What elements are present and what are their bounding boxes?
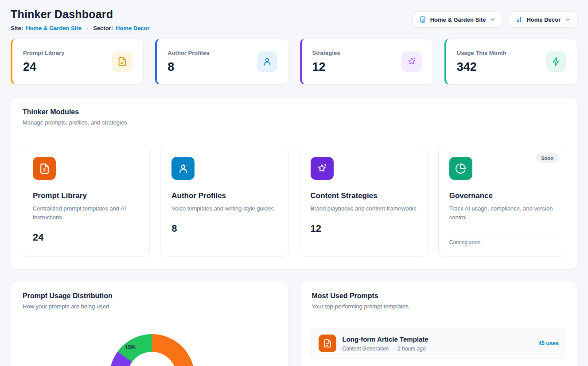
stat-label: Usage This Month bbox=[457, 50, 506, 56]
stat-card-usage: Usage This Month 342 bbox=[444, 39, 577, 85]
meta-separator: · bbox=[86, 25, 88, 31]
header-selectors: Home & Garden Site Home Decor bbox=[413, 12, 577, 27]
stat-info: Strategies 12 bbox=[312, 50, 340, 74]
module-title: Governance bbox=[449, 191, 555, 200]
stat-card-author-profiles: Author Profiles 8 bbox=[155, 39, 288, 85]
most-used-prompts-header: Most Used Prompts Your top-performing pr… bbox=[300, 281, 577, 318]
most-used-prompts-subtitle: Your top-performing prompt templates bbox=[312, 303, 566, 310]
stat-label: Prompt Library bbox=[23, 50, 64, 56]
prompt-info: Long-form Article Template Content Gener… bbox=[343, 335, 533, 352]
prompt-uses-badge: 45 uses bbox=[538, 340, 559, 347]
most-used-prompts-card: Most Used Prompts Your top-performing pr… bbox=[300, 281, 578, 366]
chevron-down-icon bbox=[565, 16, 571, 23]
bolt-icon bbox=[546, 51, 566, 72]
stat-value: 342 bbox=[457, 60, 506, 74]
thinker-modules-section: Thinker Modules Manage prompts, profiles… bbox=[11, 97, 577, 269]
building-icon bbox=[419, 16, 426, 23]
pie-chart-icon bbox=[449, 157, 472, 180]
stat-label: Author Profiles bbox=[167, 50, 209, 56]
modules-title: Thinker Modules bbox=[23, 108, 565, 116]
sector-link[interactable]: Home Decor bbox=[116, 25, 150, 31]
user-icon bbox=[257, 51, 277, 72]
divider bbox=[449, 233, 555, 233]
stat-value: 12 bbox=[312, 60, 340, 74]
usage-distribution-subtitle: How your prompts are being used bbox=[23, 303, 276, 310]
chevron-down-icon bbox=[490, 16, 496, 23]
stat-value: 24 bbox=[23, 60, 64, 74]
module-card-content-strategies[interactable]: Content Strategies Brand playbooks and c… bbox=[300, 146, 428, 257]
bar-chart-icon bbox=[515, 16, 522, 23]
prompt-list-item[interactable]: Long-form Article Template Content Gener… bbox=[311, 328, 567, 359]
header-left: Thinker Dashboard Site: Home & Garden Si… bbox=[11, 8, 150, 31]
module-stat: 12 bbox=[311, 223, 417, 234]
stat-value: 8 bbox=[167, 60, 209, 74]
document-icon bbox=[112, 51, 132, 72]
site-sector-meta: Site: Home & Garden Site · Sector: Home … bbox=[11, 25, 150, 31]
dashboard-page: Thinker Dashboard Site: Home & Garden Si… bbox=[0, 0, 588, 366]
module-description: Brand playbooks and content frameworks bbox=[311, 204, 417, 213]
donut-segment-label: 15% bbox=[121, 344, 140, 350]
document-icon bbox=[33, 157, 56, 180]
site-label: Site: bbox=[11, 25, 23, 31]
stat-card-strategies: Strategies 12 bbox=[300, 39, 433, 85]
meta-separator: · bbox=[392, 346, 394, 352]
module-title: Author Profiles bbox=[171, 191, 277, 200]
bottom-row: Prompt Usage Distribution How your promp… bbox=[11, 281, 577, 366]
module-card-governance[interactable]: Soon Governance Track AI usage, complian… bbox=[438, 146, 566, 257]
site-link[interactable]: Home & Garden Site bbox=[26, 25, 82, 31]
stat-label: Strategies bbox=[312, 50, 340, 56]
usage-distribution-header: Prompt Usage Distribution How your promp… bbox=[11, 281, 288, 318]
module-card-prompt-library[interactable]: Prompt Library Centralized prompt templa… bbox=[22, 146, 150, 257]
stat-info: Usage This Month 342 bbox=[457, 50, 506, 74]
modules-header: Thinker Modules Manage prompts, profiles… bbox=[11, 97, 577, 134]
sector-selector-label: Home Decor bbox=[526, 16, 561, 23]
module-title: Prompt Library bbox=[33, 191, 139, 200]
module-card-author-profiles[interactable]: Author Profiles Voice templates and writ… bbox=[160, 146, 288, 257]
prompt-time: 2 hours ago bbox=[397, 346, 425, 352]
prompt-list: Long-form Article Template Content Gener… bbox=[300, 318, 577, 366]
module-stat: 8 bbox=[171, 223, 277, 234]
stat-info: Prompt Library 24 bbox=[23, 50, 64, 74]
document-icon bbox=[319, 335, 336, 352]
prompt-meta: Content Generation · 2 hours ago bbox=[343, 346, 533, 352]
module-description: Voice templates and writing style guides bbox=[171, 204, 277, 213]
user-icon bbox=[171, 157, 195, 180]
modules-subtitle: Manage prompts, profiles, and strategies bbox=[23, 119, 565, 126]
module-description: Track AI usage, compliance, and version … bbox=[449, 204, 555, 222]
donut-chart-area: 15% bbox=[11, 318, 288, 366]
usage-distribution-card: Prompt Usage Distribution How your promp… bbox=[11, 281, 288, 366]
module-stat: 24 bbox=[33, 232, 139, 243]
sparkle-star-icon bbox=[401, 51, 422, 72]
prompt-title: Long-form Article Template bbox=[343, 335, 533, 343]
module-title: Content Strategies bbox=[311, 191, 417, 200]
coming-soon-text: Coming soon bbox=[449, 239, 555, 245]
stats-row: Prompt Library 24 Author Profiles 8 Stra… bbox=[11, 39, 577, 85]
page-title: Thinker Dashboard bbox=[11, 8, 150, 21]
sector-label: Sector: bbox=[93, 25, 113, 31]
stat-info: Author Profiles 8 bbox=[167, 50, 209, 74]
header: Thinker Dashboard Site: Home & Garden Si… bbox=[11, 8, 577, 31]
soon-badge: Soon bbox=[536, 153, 559, 163]
modules-grid: Prompt Library Centralized prompt templa… bbox=[11, 134, 577, 269]
usage-distribution-title: Prompt Usage Distribution bbox=[23, 292, 276, 300]
site-selector-dropdown[interactable]: Home & Garden Site bbox=[413, 12, 503, 27]
module-description: Centralized prompt templates and AI inst… bbox=[33, 204, 139, 222]
prompt-category: Content Generation bbox=[343, 346, 389, 352]
sector-selector-dropdown[interactable]: Home Decor bbox=[509, 12, 577, 27]
most-used-prompts-title: Most Used Prompts bbox=[312, 292, 566, 300]
site-selector-label: Home & Garden Site bbox=[430, 16, 486, 23]
sparkle-star-icon bbox=[311, 157, 334, 180]
stat-card-prompt-library: Prompt Library 24 bbox=[11, 39, 144, 85]
